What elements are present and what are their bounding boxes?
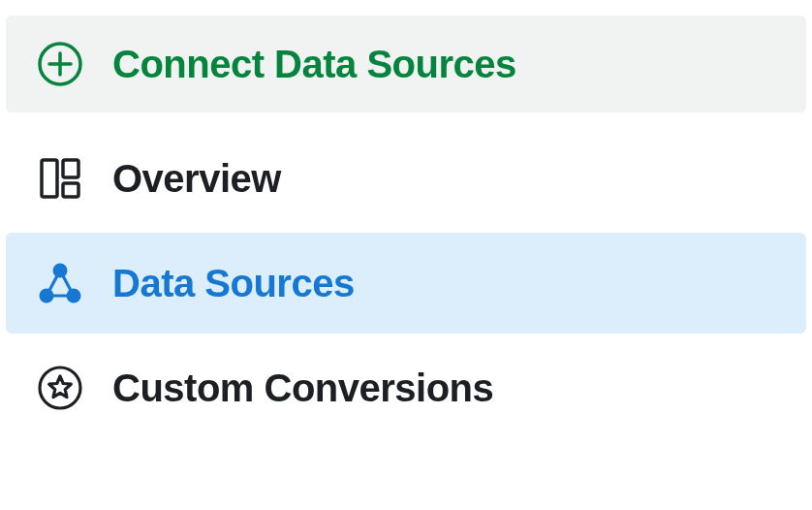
svg-point-7 xyxy=(40,289,54,303)
svg-rect-4 xyxy=(63,160,78,177)
sidebar-item-overview[interactable]: Overview xyxy=(6,128,806,229)
svg-rect-5 xyxy=(63,183,78,197)
svg-point-6 xyxy=(53,264,68,278)
data-sources-icon xyxy=(37,260,83,306)
sidebar-nav: Connect Data Sources Overview Data Sourc… xyxy=(0,0,812,438)
sidebar-item-custom-conversions[interactable]: Custom Conversions xyxy=(6,337,806,438)
connect-label: Connect Data Sources xyxy=(112,41,516,87)
sidebar-item-label: Data Sources xyxy=(112,260,355,306)
sidebar-item-label: Overview xyxy=(112,155,281,202)
dashboard-icon xyxy=(37,155,83,202)
connect-data-sources-button[interactable]: Connect Data Sources xyxy=(6,16,806,112)
star-circle-icon xyxy=(37,365,83,411)
svg-point-9 xyxy=(40,367,80,408)
svg-point-8 xyxy=(67,289,81,303)
svg-rect-3 xyxy=(42,160,57,197)
plus-circle-icon xyxy=(37,41,83,87)
sidebar-item-data-sources[interactable]: Data Sources xyxy=(6,233,806,334)
sidebar-item-label: Custom Conversions xyxy=(112,365,493,411)
